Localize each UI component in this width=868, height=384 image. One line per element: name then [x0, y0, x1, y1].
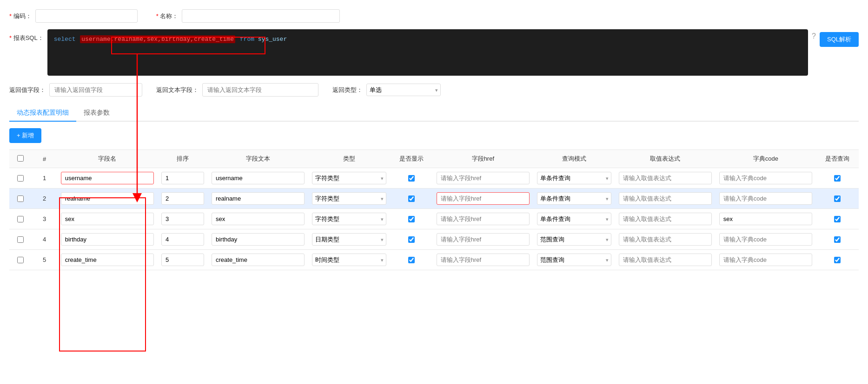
query-select[interactable]: 单条件查询范围查询模糊查询: [537, 233, 611, 246]
row-checkbox-cell: [9, 209, 32, 229]
fieldname-input[interactable]: [61, 192, 154, 205]
dict-input[interactable]: [719, 233, 812, 246]
show-checkbox[interactable]: [408, 216, 415, 222]
th-fieldtext: 字段文本: [208, 150, 308, 168]
row-sort-cell: [158, 250, 208, 270]
table-row: 1 字符类型日期类型时间类型数字类型: [9, 168, 859, 189]
row-isquery-cell: [816, 209, 859, 229]
return-type-select[interactable]: 单选 多选: [366, 84, 441, 96]
href-input[interactable]: [437, 254, 530, 266]
expr-input[interactable]: [619, 254, 712, 266]
row-fieldname-cell: [57, 168, 158, 189]
query-select[interactable]: 单条件查询范围查询模糊查询: [537, 254, 611, 266]
row-isquery-cell: [816, 189, 859, 209]
row-checkbox[interactable]: [17, 195, 24, 202]
row-checkbox[interactable]: [17, 216, 24, 222]
row-checkbox[interactable]: [17, 175, 24, 182]
fieldtext-input[interactable]: [212, 213, 305, 225]
expr-input[interactable]: [619, 233, 712, 246]
row-isquery-cell: [816, 229, 859, 250]
query-select[interactable]: 单条件查询范围查询模糊查询: [537, 172, 611, 184]
code-label: * 编码：: [9, 12, 32, 20]
table-row: 4 字符类型日期类型时间类型数字类型: [9, 229, 859, 250]
dict-input[interactable]: [719, 213, 812, 225]
return-text-input[interactable]: [202, 83, 318, 97]
show-checkbox[interactable]: [408, 195, 415, 202]
type-select[interactable]: 字符类型日期类型时间类型数字类型: [312, 213, 386, 225]
select-all-checkbox[interactable]: [17, 155, 24, 162]
sql-highlighted-fields: username,realname,sex,birthday,create_ti…: [80, 35, 235, 43]
query-select-wrapper: 单条件查询范围查询模糊查询: [537, 172, 611, 184]
sort-input[interactable]: [161, 233, 204, 246]
type-select[interactable]: 字符类型日期类型时间类型数字类型: [312, 254, 386, 266]
show-checkbox[interactable]: [408, 175, 415, 182]
fieldtext-input[interactable]: [212, 172, 305, 184]
row-fieldtext-cell: [208, 250, 308, 270]
fieldname-input[interactable]: [61, 254, 154, 266]
row-checkbox[interactable]: [17, 257, 24, 263]
show-checkbox[interactable]: [408, 257, 415, 263]
sql-parse-button[interactable]: SQL解析: [820, 32, 859, 47]
row-expr-cell: [615, 250, 716, 270]
tabs: 动态报表配置明细 报表参数: [9, 105, 859, 122]
return-value-input[interactable]: [49, 83, 142, 97]
row-type-cell: 字符类型日期类型时间类型数字类型: [308, 229, 390, 250]
add-button[interactable]: + 新增: [9, 128, 41, 143]
row-checkbox-cell: [9, 189, 32, 209]
sql-editor[interactable]: select username,realname,sex,birthday,cr…: [47, 29, 808, 76]
table-wrapper: # 字段名 排序 字段文本 类型 是否显示 字段href 查询模式 取值表达式 …: [9, 150, 859, 270]
expr-input[interactable]: [619, 213, 712, 225]
help-icon[interactable]: ?: [812, 32, 816, 40]
row-num: 4: [32, 229, 57, 250]
tab-params[interactable]: 报表参数: [76, 105, 117, 122]
sql-row: * 报表SQL： select username,realname,sex,bi…: [9, 29, 859, 76]
expr-input[interactable]: [619, 172, 712, 184]
href-input[interactable]: [437, 192, 530, 205]
type-select[interactable]: 字符类型日期类型时间类型数字类型: [312, 172, 386, 184]
row-sort-cell: [158, 189, 208, 209]
dict-input[interactable]: [719, 254, 812, 266]
dict-input[interactable]: [719, 172, 812, 184]
query-select[interactable]: 单条件查询范围查询模糊查询: [537, 192, 611, 205]
sort-input[interactable]: [161, 192, 204, 205]
th-expr: 取值表达式: [615, 150, 716, 168]
sort-input[interactable]: [161, 213, 204, 225]
sql-from: from: [240, 36, 254, 43]
expr-input[interactable]: [619, 192, 712, 205]
fieldname-input[interactable]: [61, 213, 154, 225]
show-checkbox[interactable]: [408, 236, 415, 243]
name-input[interactable]: 用户信息: [182, 9, 340, 23]
row-dict-cell: [716, 250, 816, 270]
tab-detail[interactable]: 动态报表配置明细: [9, 105, 76, 122]
href-input[interactable]: [437, 172, 530, 184]
fieldtext-input[interactable]: [212, 233, 305, 246]
th-query: 查询模式: [533, 150, 615, 168]
fieldtext-input[interactable]: [212, 192, 305, 205]
dict-input[interactable]: [719, 192, 812, 205]
row-num: 2: [32, 189, 57, 209]
row-dict-cell: [716, 168, 816, 189]
fieldname-input[interactable]: [61, 172, 154, 184]
query-select-wrapper: 单条件查询范围查询模糊查询: [537, 254, 611, 266]
query-select-wrapper: 单条件查询范围查询模糊查询: [537, 233, 611, 246]
href-input[interactable]: [437, 213, 530, 225]
sort-input[interactable]: [161, 172, 204, 184]
isquery-checkbox[interactable]: [834, 257, 841, 263]
type-select[interactable]: 字符类型日期类型时间类型数字类型: [312, 233, 386, 246]
isquery-checkbox[interactable]: [834, 236, 841, 243]
row-query-cell: 单条件查询范围查询模糊查询: [533, 250, 615, 270]
row-checkbox[interactable]: [17, 236, 24, 243]
query-select[interactable]: 单条件查询范围查询模糊查询: [537, 213, 611, 225]
type-select[interactable]: 字符类型日期类型时间类型数字类型: [312, 192, 386, 205]
isquery-checkbox[interactable]: [834, 195, 841, 202]
fieldname-input[interactable]: [61, 233, 154, 246]
fieldtext-input[interactable]: [212, 254, 305, 266]
href-input[interactable]: [437, 233, 530, 246]
code-input[interactable]: user_msg: [35, 9, 138, 23]
return-text-item: 返回文本字段：: [156, 83, 318, 97]
sort-input[interactable]: [161, 254, 204, 266]
return-value-label: 返回值字段：: [9, 86, 46, 94]
isquery-checkbox[interactable]: [834, 216, 841, 222]
type-select-wrapper: 字符类型日期类型时间类型数字类型: [312, 254, 386, 266]
isquery-checkbox[interactable]: [834, 175, 841, 182]
